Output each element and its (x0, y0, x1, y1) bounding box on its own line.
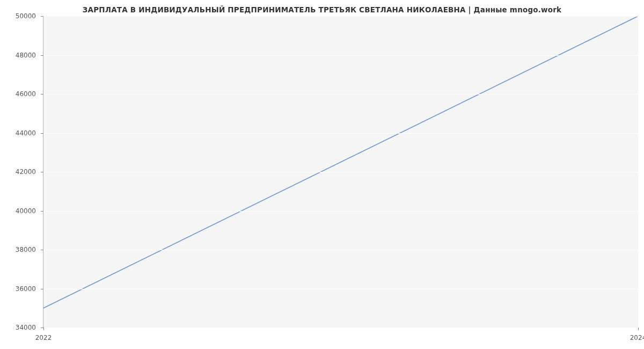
xtick-label: 2022 (35, 328, 52, 341)
ytick-label: 48000 (16, 52, 43, 59)
ytick-label: 38000 (16, 246, 43, 253)
grid-line (43, 250, 638, 250)
grid-line (43, 289, 638, 289)
chart-title: ЗАРПЛАТА В ИНДИВИДУАЛЬНЫЙ ПРЕДПРИНИМАТЕЛ… (0, 5, 644, 14)
grid-line (43, 94, 638, 94)
ytick-label: 44000 (16, 129, 43, 137)
ytick-label: 46000 (16, 90, 43, 98)
grid-line (43, 211, 638, 212)
plot-area: 3400036000380004000042000440004600048000… (43, 16, 638, 328)
xtick-label: 2024 (630, 328, 644, 341)
ytick-label: 50000 (16, 12, 43, 20)
grid-line (43, 328, 638, 328)
grid-line (43, 16, 638, 17)
ytick-label: 36000 (16, 285, 43, 293)
ytick-label: 42000 (16, 168, 43, 176)
grid-line (43, 55, 638, 56)
grid-line (43, 133, 638, 134)
grid-line (43, 172, 638, 172)
series-line (43, 16, 638, 308)
chart-container: ЗАРПЛАТА В ИНДИВИДУАЛЬНЫЙ ПРЕДПРИНИМАТЕЛ… (0, 0, 644, 349)
ytick-label: 40000 (16, 207, 43, 215)
